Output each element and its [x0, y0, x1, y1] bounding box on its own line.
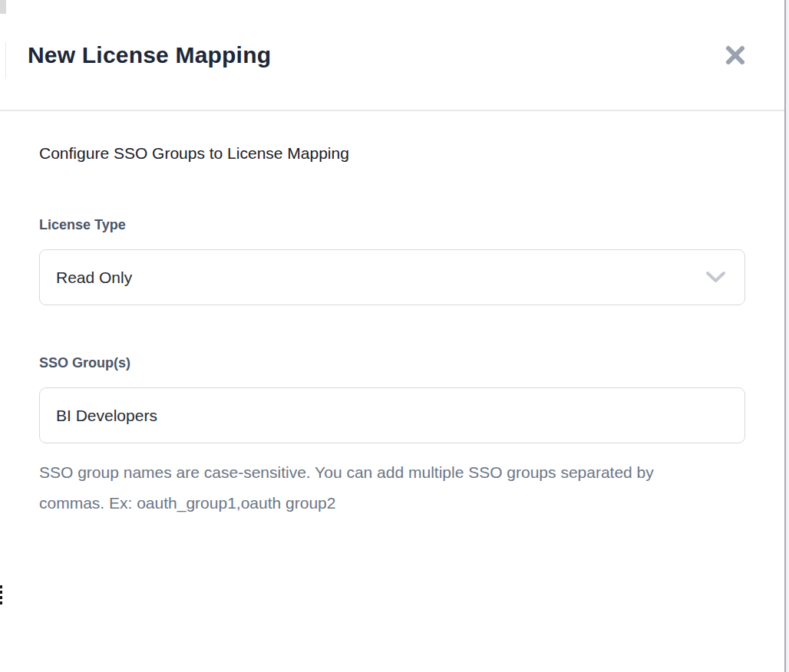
modal-body: Configure SSO Groups to License Mapping …	[0, 143, 784, 519]
sso-groups-input[interactable]	[39, 387, 745, 443]
license-type-select[interactable]: Read Only	[39, 249, 745, 305]
close-button[interactable]	[721, 41, 749, 69]
modal-header: New License Mapping	[0, 0, 784, 111]
sso-groups-label: SSO Group(s)	[39, 354, 745, 371]
modal-title: New License Mapping	[28, 42, 271, 68]
page-background: New License Mapping Configure SSO Groups…	[0, 0, 789, 672]
new-license-mapping-modal: New License Mapping Configure SSO Groups…	[0, 0, 784, 672]
chevron-down-icon	[705, 271, 726, 284]
background-page-top-left-fragment	[0, 0, 6, 14]
modal-subtitle: Configure SSO Groups to License Mapping	[39, 143, 745, 163]
hamburger-icon-fragment	[0, 585, 2, 604]
close-icon	[725, 44, 746, 66]
license-type-label: License Type	[39, 216, 745, 233]
license-type-selected-value: Read Only	[56, 268, 132, 287]
sso-groups-help-text: SSO group names are case-sensitive. You …	[39, 457, 692, 519]
background-page-left-edge-line	[5, 42, 6, 79]
background-page-right-edge	[784, 0, 789, 672]
